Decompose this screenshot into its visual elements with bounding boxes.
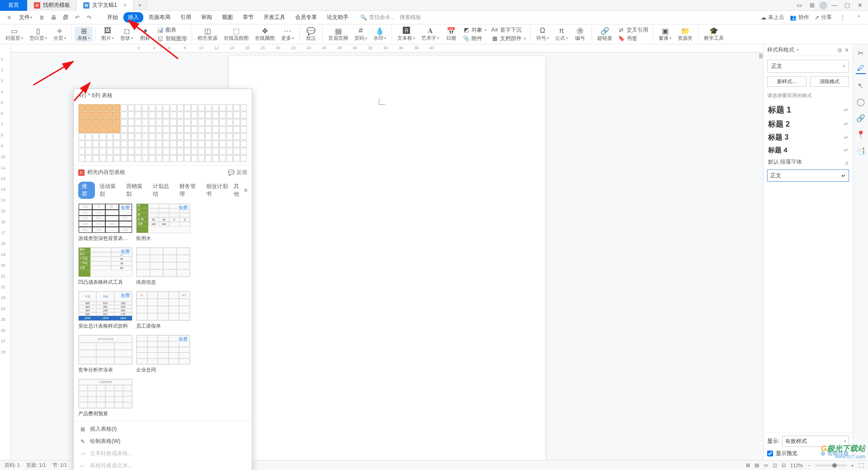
table-grid-cell[interactable] [156, 112, 163, 118]
table-grid-cell[interactable] [177, 133, 184, 140]
template-item[interactable]: 免费 企业合同 [136, 335, 190, 373]
table-grid-cell[interactable] [219, 126, 226, 133]
feedback-link[interactable]: 💬反馈 [228, 169, 247, 176]
table-grid-cell[interactable] [128, 119, 135, 126]
table-grid-cell[interactable] [142, 148, 149, 155]
table-grid-cell[interactable] [226, 119, 233, 126]
table-grid-cell[interactable] [107, 104, 113, 111]
table-grid-cell[interactable] [177, 148, 184, 155]
ribbon-cover[interactable]: ▭封面页▾ [3, 27, 26, 42]
ribbon-attach[interactable]: 📎附件 [462, 35, 486, 42]
ribbon-smart[interactable]: ◱智能图形 [156, 35, 187, 42]
table-grid-cell[interactable] [177, 126, 184, 133]
table-grid-cell[interactable] [113, 133, 120, 140]
sb-pages[interactable]: 页面: 1/1 [26, 462, 46, 469]
template-item[interactable]: 免费 螺丝扳手十字批一字批头套 4255557890 凹凸感表格样式工具 [78, 247, 132, 286]
table-grid-cell[interactable] [212, 126, 219, 133]
table-grid-cell[interactable] [226, 112, 233, 118]
show-styles-select[interactable]: 有效样式▾ [782, 436, 849, 447]
table-grid-cell[interactable] [170, 112, 177, 118]
table-grid-cell[interactable] [149, 126, 156, 133]
current-style-select[interactable]: 正文▾ [767, 60, 849, 73]
table-grid-cell[interactable] [113, 155, 120, 162]
style-item[interactable]: 标题 4↵ [767, 144, 849, 156]
template-category[interactable]: 计划总结 [149, 182, 175, 199]
table-grid-cell[interactable] [107, 119, 113, 126]
ribbon-formula[interactable]: π公式▾ [552, 27, 571, 42]
table-grid-cell[interactable] [128, 141, 135, 147]
ribbon-table[interactable]: ⊞表格▾ [75, 27, 93, 42]
table-grid-cell[interactable] [99, 126, 106, 133]
table-grid-cell[interactable] [163, 155, 170, 162]
table-grid-cell[interactable] [79, 112, 85, 118]
table-grid-cell[interactable] [205, 141, 212, 147]
template-item[interactable]: 竞争分析作业表 竞争分析作业表 [78, 335, 132, 373]
menutab-pagelayout[interactable]: 页面布局 [144, 12, 175, 23]
maximize-icon[interactable]: ▢ [842, 0, 853, 10]
table-grid-cell[interactable] [241, 141, 247, 147]
table-grid-cell[interactable] [79, 141, 85, 147]
category-other[interactable]: 其他 ≡ [234, 183, 247, 198]
style-item[interactable]: 默认 段落字体a [767, 156, 849, 168]
table-grid-cell[interactable] [135, 133, 142, 140]
table-grid-cell[interactable] [93, 148, 99, 155]
save-icon[interactable]: 🗎 [37, 12, 47, 23]
table-grid-cell[interactable] [135, 126, 142, 133]
zoom-value[interactable]: 112% [790, 463, 803, 468]
table-grid-cell[interactable] [135, 148, 142, 155]
layout-icon[interactable]: ▭ [794, 0, 805, 10]
table-grid-cell[interactable] [226, 126, 233, 133]
table-grid-cell[interactable] [93, 112, 99, 118]
table-grid-cell[interactable] [233, 112, 240, 118]
table-grid-cell[interactable] [177, 104, 184, 111]
table-grid-cell[interactable] [191, 155, 198, 162]
table-grid-cell[interactable] [233, 148, 240, 155]
tab-templates[interactable]: D 找稻壳模板 [28, 0, 77, 11]
expand-icon[interactable]: ⌃ [854, 12, 864, 23]
menutab-view[interactable]: 视图 [217, 12, 237, 23]
table-grid-cell[interactable] [85, 155, 92, 162]
table-grid-cell[interactable] [198, 141, 205, 147]
zoom-in-icon[interactable]: + [851, 463, 854, 468]
table-grid-cell[interactable] [241, 148, 247, 155]
sb-section[interactable]: 节: 1/1 [52, 462, 67, 469]
table-grid-cell[interactable] [79, 119, 85, 126]
table-grid-cell[interactable] [170, 133, 177, 140]
table-grid-cell[interactable] [163, 119, 170, 126]
table-grid-cell[interactable] [205, 112, 212, 118]
ribbon-flow[interactable]: ⬚在线流程图 [221, 27, 251, 42]
tool-link-icon[interactable]: 🔗 [856, 113, 866, 123]
print-preview-icon[interactable]: 🗐 [60, 12, 71, 23]
table-grid-cell[interactable] [99, 119, 106, 126]
avatar-icon[interactable] [819, 1, 827, 9]
table-grid-cell[interactable] [93, 126, 99, 133]
table-grid-cell[interactable] [191, 112, 198, 118]
table-grid-cell[interactable] [170, 104, 177, 111]
ribbon-docparts[interactable]: ▦文档部件▾ [491, 35, 526, 42]
table-grid-cell[interactable] [93, 141, 99, 147]
table-grid-cell[interactable] [113, 126, 120, 133]
tab-add[interactable]: + [133, 0, 147, 11]
table-grid-cell[interactable] [219, 148, 226, 155]
popout-icon[interactable]: ⧉ [838, 47, 842, 53]
table-grid-cell[interactable] [135, 155, 142, 162]
menutab-start[interactable]: 开始 [103, 12, 123, 23]
tool-clip-icon[interactable]: ✂ [856, 48, 866, 58]
table-grid-cell[interactable] [205, 155, 212, 162]
table-grid-cell[interactable] [156, 141, 163, 147]
hamburger-icon[interactable]: ≡ [4, 12, 14, 23]
vertical-scrollthumb[interactable] [759, 53, 763, 59]
table-grid-cell[interactable] [170, 126, 177, 133]
table-grid-cell[interactable] [233, 104, 240, 111]
table-grid-cell[interactable] [170, 119, 177, 126]
template-category[interactable]: 营销策划 [123, 182, 148, 199]
zoom-out-icon[interactable]: − [807, 463, 810, 468]
tab-doc[interactable]: W 文字文稿1 × [77, 0, 133, 11]
table-grid-cell[interactable] [191, 141, 198, 147]
table-grid-cell[interactable] [205, 133, 212, 140]
table-grid-cell[interactable] [135, 112, 142, 118]
print-icon[interactable]: 🖶 [48, 12, 59, 23]
new-style-button[interactable]: 新样式... [767, 76, 807, 87]
ribbon-resource[interactable]: 📁资源夹 [675, 27, 695, 42]
table-grid-cell[interactable] [198, 155, 205, 162]
